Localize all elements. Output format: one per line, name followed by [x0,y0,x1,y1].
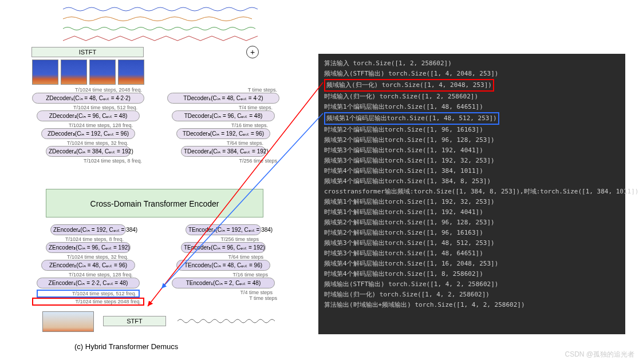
layer-block: TEncoder₂(Cᵢₙ = 48, Cₒᵤₜ = 96) [176,260,270,271]
stft-block: STFT [103,316,166,326]
istft-block: ISTFT [31,47,144,57]
console-line: 时域第4个编码层输出torch.Size([1, 384, 1011]) [324,166,620,176]
console-line: 频域第1个编码层输出torch.Size([1, 48, 512, 253]) [324,112,620,125]
watermark: CSDN @孤独的追光者 [565,350,634,359]
console-line: 时域输出(归一化) torch.Size([1, 4, 2, 258602]) [324,290,620,300]
console-line: 频域第2个解码层输出torch.Size([1, 96, 128, 253]) [324,217,620,228]
layer-label: T/1024 time steps, 8 freq. [50,236,126,242]
z-decoder-stack: T/1024 time steps, 2048 freq.ZDecoder₁(C… [32,87,144,164]
transformer-block: Cross-Domain Transformer Encoder [46,189,263,217]
console-line: 时域第1个解码层输出torch.Size([1, 192, 4041]) [324,207,620,217]
layer-block: ZEncoder₁(Cᵢₙ = 2·2, Cₒᵤₜ = 48) [37,278,140,288]
console-line: 频域第2个编码层输出torch.Size([1, 96, 128, 253]) [324,135,620,145]
layer-block: ZEncoder₄(Cᵢₙ = 192, Cₒᵤₜ = 384) [50,224,126,235]
console-line: 频域第4个解码层输出torch.Size([1, 16, 2048, 253]) [324,259,620,269]
console-line: 频域第3个解码层输出torch.Size([1, 48, 512, 253]) [324,238,620,248]
t-decoder-stack: T time steps.TDecoder₁(Cᵢₙ = 48, Cₒᵤₜ = … [167,87,279,164]
layer-block: TEncoder₃(Cᵢₙ = 96, Cₒᵤₜ = 192) [181,242,266,253]
layer-label: T/1024 time steps 2048 freq. [32,298,144,306]
layer-label: T/16 time steps [176,272,270,278]
console-line: 频域第1个解码层输出torch.Size([1, 192, 32, 253]) [324,197,620,207]
console-line: 算法输入 torch.Size([1, 2, 258602]) [324,58,620,69]
console-line: crosstransformer输出频域:torch.Size([1, 384,… [324,187,620,197]
console-line: 频域输入(STFT输出) torch.Size([1, 4, 2048, 253… [324,69,620,79]
layer-label: T/1024 time steps, 128 freq. [41,272,135,278]
t-encoder-stack: TEncoder₄(Cᵢₙ = 192, Cₒᵤₜ = 384)T/256 ti… [167,224,279,301]
layer-label: T/64 time steps [181,254,266,260]
output-waveforms [63,5,258,43]
console-line: 时域第2个解码层输出torch.Size([1, 96, 16163]) [324,228,620,238]
console-line: 时域第3个编码层输出torch.Size([1, 192, 4041]) [324,145,620,156]
console-output: 算法输入 torch.Size([1, 2, 258602])频域输入(STFT… [318,54,625,334]
layer-label: T/1024 time steps, 512 freq. [37,290,140,298]
input-waveform [178,316,275,326]
diagram-caption: (c) Hybrid Transformer Demucs [74,342,178,351]
input-spectrogram [42,311,94,332]
console-line: 频域第3个编码层输出torch.Size([1, 192, 32, 253]) [324,156,620,166]
layer-block: TEncoder₄(Cᵢₙ = 192, Cₒᵤₜ = 384) [186,224,261,235]
output-spectrograms [32,60,144,85]
layer-label: T time steps [167,295,279,301]
layer-label: T/4 time steps [172,290,275,295]
sum-icon: + [246,46,259,58]
console-line: 时域第4个解码层输出torch.Size([1, 8, 258602]) [324,269,620,279]
console-line: 频域输入(归一化) torch.Size([1, 4, 2048, 253]) [324,79,620,92]
layer-block: TEncoder₁(Cᵢₙ = 2, Cₒᵤₜ = 48) [172,278,275,288]
layer-block: ZEncoder₃(Cᵢₙ = 96, Cₒᵤₜ = 192) [46,242,131,253]
console-line: 时域第3个解码层输出torch.Size([1, 48, 64651]) [324,248,620,259]
layer-block: ZEncoder₂(Cᵢₙ = 48, Cₒᵤₜ = 96) [41,260,135,271]
console-line: 时域第2个编码层输出torch.Size([1, 96, 16163]) [324,125,620,135]
console-line: 频域第4个编码层输出torch.Size([1, 384, 8, 253]) [324,176,620,187]
diagram-panel: ISTFT + T/1024 time steps, 2048 freq.ZDe… [0,0,289,364]
z-encoder-stack: ZEncoder₄(Cᵢₙ = 192, Cₒᵤₜ = 384)T/1024 t… [32,224,144,306]
layer-label: T/1024 time steps, 32 freq. [46,254,131,260]
layer-label: T/256 time steps [186,236,261,242]
console-line: 时域第1个编码层输出torch.Size([1, 48, 64651]) [324,102,620,112]
console-line: 频域输出(STFT输出) torch.Size([1, 4, 2, 258602… [324,279,620,290]
console-line: 时域输入(归一化) torch.Size([1, 2, 258602]) [324,92,620,102]
console-line: 算法输出(时域输出+频域输出) torch.Size([1, 4, 2, 258… [324,300,620,310]
